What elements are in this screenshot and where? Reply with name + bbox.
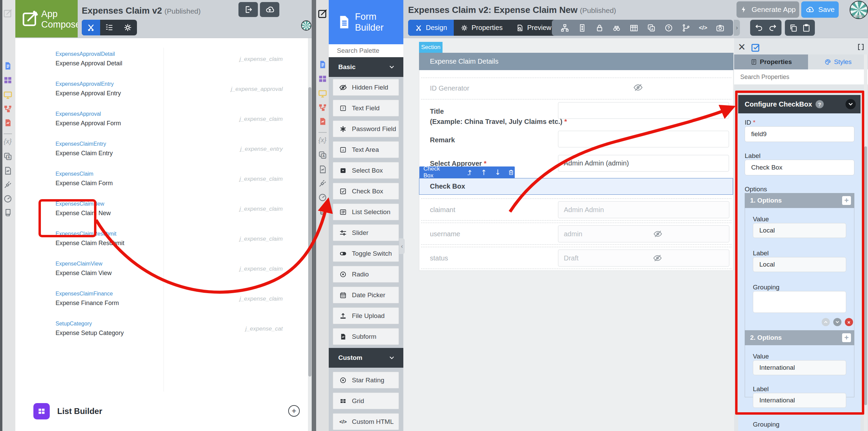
option-2-value-input[interactable] <box>753 360 846 375</box>
form-link[interactable]: ExpensesClaim <box>56 171 93 177</box>
delete-trash-icon[interactable] <box>508 169 515 176</box>
tab-properties[interactable]: Properties <box>734 54 808 69</box>
plugin-icon[interactable] <box>318 179 327 188</box>
configure-checkbox-header[interactable]: Configure CheckBox ? <box>738 95 861 113</box>
palette-item-toggle-switch[interactable]: Toggle Switch <box>333 245 399 262</box>
option-delete-button[interactable]: × <box>845 318 853 326</box>
form-link[interactable]: ExpensesClaimNew <box>56 201 104 207</box>
design-mode-button[interactable] <box>82 20 100 35</box>
remark-input[interactable] <box>558 131 729 147</box>
palette-item-hidden-field[interactable]: Hidden Field <box>333 79 399 96</box>
find-binoculars-icon[interactable] <box>612 23 621 32</box>
palette-item-custom-html[interactable]: </>Custom HTML <box>333 413 399 430</box>
palette-collapse-handle[interactable]: ‹ <box>399 238 405 254</box>
process-icon[interactable] <box>318 103 327 112</box>
userview-icon[interactable] <box>3 90 13 100</box>
import-cloud-button[interactable] <box>260 2 279 17</box>
palette-item-grid[interactable]: Grid <box>333 393 399 409</box>
tab-styles[interactable]: Styles <box>808 54 868 69</box>
license-icon[interactable] <box>318 207 327 216</box>
paste-icon[interactable] <box>802 23 811 32</box>
copy-icon[interactable] <box>789 23 798 32</box>
properties-search-input[interactable] <box>734 69 868 84</box>
edit-pencil-icon[interactable] <box>3 8 13 18</box>
close-icon[interactable]: × <box>738 41 745 53</box>
variables-icon[interactable]: {x} <box>319 136 326 144</box>
option-move-down-button[interactable] <box>833 318 841 326</box>
form-link[interactable]: ExpenseClaimView <box>56 261 103 267</box>
userview-icon[interactable] <box>318 89 327 98</box>
tab-design[interactable]: Design <box>408 20 454 36</box>
properties-scrollbar[interactable] <box>864 54 867 431</box>
list-scrollbar[interactable] <box>308 38 312 431</box>
add-option-button[interactable]: + <box>842 333 851 342</box>
permission-lock-icon[interactable] <box>595 23 604 32</box>
branch-icon[interactable] <box>682 23 691 32</box>
datalist-icon[interactable] <box>318 74 327 83</box>
settings-mode-button[interactable] <box>119 20 137 35</box>
save-button[interactable]: Save <box>801 1 839 18</box>
palette-item-file-upload[interactable]: File Upload <box>333 307 399 324</box>
report-icon[interactable] <box>318 117 327 126</box>
code-view-icon[interactable]: </> <box>699 25 708 31</box>
move-down-icon[interactable] <box>494 168 502 176</box>
performance-icon[interactable] <box>318 193 327 202</box>
chart-doc-icon[interactable] <box>318 165 327 174</box>
palette-item-date-picker[interactable]: Date Picker <box>333 287 399 303</box>
palette-section-custom[interactable]: Custom <box>329 348 403 368</box>
report-icon[interactable] <box>3 118 12 127</box>
tab-properties[interactable]: Properties <box>454 20 509 36</box>
export-app-button[interactable] <box>238 2 258 17</box>
form-link[interactable]: ExpensesApprovalDetail <box>56 51 115 57</box>
option-1-value-input[interactable] <box>753 223 846 238</box>
add-option-button[interactable]: + <box>842 196 851 205</box>
move-up-icon[interactable] <box>480 168 488 176</box>
translate-icon[interactable]: A <box>647 23 656 32</box>
palette-item-list-selection[interactable]: List Selection <box>333 204 399 220</box>
translate-icon[interactable]: A <box>318 150 327 160</box>
option-1-label-input[interactable] <box>753 257 846 272</box>
undo-icon[interactable] <box>755 23 763 32</box>
palette-section-basic[interactable]: Basic <box>329 57 403 77</box>
section-header[interactable]: Expense Claim Details <box>419 53 733 70</box>
structure-tree-icon[interactable] <box>560 23 569 32</box>
collapse-chevron-icon[interactable] <box>846 99 856 109</box>
palette-search-input[interactable] <box>329 44 403 57</box>
performance-icon[interactable] <box>3 194 12 203</box>
variables-icon[interactable]: {x} <box>4 138 12 145</box>
palette-item-password-field[interactable]: Password Field <box>333 121 399 137</box>
form-link[interactable]: ExpensesApproval <box>56 111 101 117</box>
option-1-grouping-input[interactable] <box>753 291 846 313</box>
chart-doc-icon[interactable] <box>3 166 12 175</box>
palette-item-text-field[interactable]: TText Field <box>333 100 399 116</box>
option-move-up-button[interactable] <box>822 318 830 326</box>
id-input[interactable] <box>745 126 854 142</box>
palette-item-star-rating[interactable]: Star Rating <box>333 372 399 388</box>
list-mode-button[interactable] <box>100 20 119 35</box>
translate-icon[interactable]: A <box>3 152 12 161</box>
approver-select[interactable]: Admin Admin (admin) <box>558 155 729 172</box>
datalist-icon[interactable] <box>3 76 12 85</box>
tab-preview[interactable]: Preview <box>509 20 558 36</box>
palette-item-text-area[interactable]: AText Area <box>333 141 399 158</box>
form-link[interactable]: SetupCategory <box>56 321 92 327</box>
move-top-icon[interactable] <box>466 168 474 176</box>
field-inspector-icon[interactable] <box>578 23 587 32</box>
form-link[interactable]: ExpensesClaimEntry <box>56 141 106 147</box>
add-list-button[interactable]: + <box>288 405 300 417</box>
section-tab[interactable]: Section <box>419 42 443 53</box>
help-icon[interactable]: ? <box>816 100 824 108</box>
license-icon[interactable] <box>3 208 12 217</box>
label-input[interactable] <box>745 160 854 175</box>
checkbox-element-selected[interactable]: Check Box <box>419 178 733 195</box>
palette-item-radio[interactable]: Radio <box>333 266 399 283</box>
palette-item-check-box[interactable]: Check Box <box>333 183 399 199</box>
palette-item-subform[interactable]: Subform <box>333 328 399 345</box>
screenshot-camera-icon[interactable] <box>716 23 725 32</box>
generate-app-button[interactable]: Generate App <box>737 1 799 18</box>
process-icon[interactable] <box>3 104 12 113</box>
redo-icon[interactable] <box>768 23 777 32</box>
option-2-label-input[interactable] <box>753 393 846 408</box>
plugin-icon[interactable] <box>3 180 12 189</box>
forms-icon[interactable] <box>318 60 327 69</box>
